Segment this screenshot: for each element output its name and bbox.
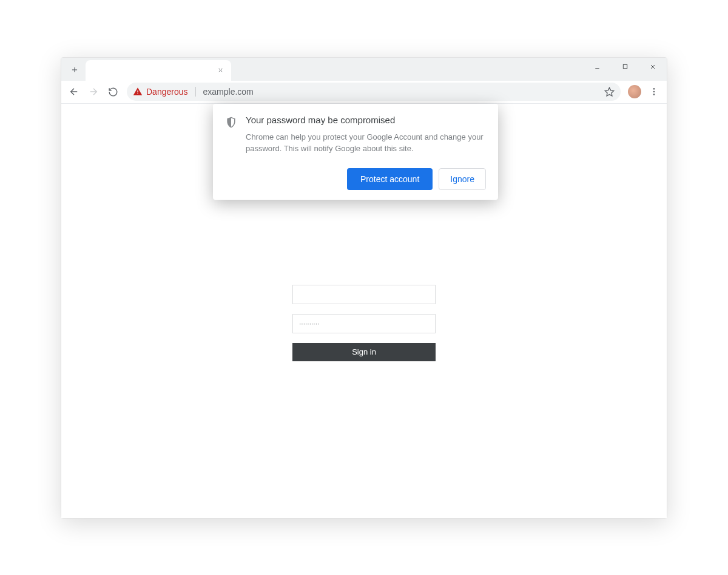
password-input[interactable]: [292, 314, 436, 333]
password-warning-popup: Your password may be compromised Chrome …: [213, 104, 498, 200]
login-form: Sign in: [292, 285, 436, 361]
popup-description: Chrome can help you protect your Google …: [246, 131, 486, 155]
omnibox-url: example.com: [201, 87, 254, 97]
svg-point-11: [653, 88, 655, 90]
reload-button[interactable]: [104, 83, 122, 101]
close-icon: [649, 63, 656, 70]
minimize-button[interactable]: [583, 58, 611, 76]
svg-rect-5: [623, 64, 627, 68]
site-security-chip[interactable]: Dangerous: [133, 87, 196, 97]
svg-point-12: [653, 91, 655, 93]
shield-icon: [225, 116, 237, 128]
svg-marker-10: [605, 87, 613, 95]
omnibox[interactable]: Dangerous example.com: [127, 83, 621, 101]
tab-close-button[interactable]: [215, 66, 225, 75]
popup-title: Your password may be compromised: [246, 115, 486, 125]
forward-button[interactable]: [84, 83, 103, 101]
sign-in-button[interactable]: Sign in: [292, 343, 436, 361]
arrow-right-icon: [88, 86, 99, 97]
svg-point-13: [653, 94, 655, 95]
profile-avatar[interactable]: [628, 85, 641, 98]
bookmark-button[interactable]: [604, 86, 615, 97]
titlebar: [61, 58, 667, 81]
protect-account-button[interactable]: Protect account: [347, 168, 433, 190]
ignore-button[interactable]: Ignore: [439, 168, 486, 190]
star-icon: [604, 87, 615, 97]
browser-window: Dangerous example.com Your password may …: [61, 57, 667, 519]
window-controls: [583, 58, 667, 76]
maximize-icon: [622, 63, 629, 70]
active-tab[interactable]: [86, 60, 231, 81]
window-close-button[interactable]: [639, 58, 667, 76]
close-icon: [217, 67, 224, 73]
warning-icon: [133, 87, 143, 97]
minimize-icon: [594, 63, 601, 70]
menu-button[interactable]: [645, 83, 663, 101]
danger-label: Dangerous: [146, 87, 188, 97]
back-button[interactable]: [65, 83, 83, 101]
plus-icon: [70, 66, 79, 74]
more-vertical-icon: [649, 87, 659, 97]
toolbar: Dangerous example.com: [61, 81, 667, 104]
username-input[interactable]: [292, 285, 436, 304]
page-content: Your password may be compromised Chrome …: [61, 104, 667, 518]
arrow-left-icon: [69, 86, 79, 97]
new-tab-button[interactable]: [66, 61, 83, 78]
maximize-button[interactable]: [611, 58, 639, 76]
reload-icon: [108, 87, 118, 97]
